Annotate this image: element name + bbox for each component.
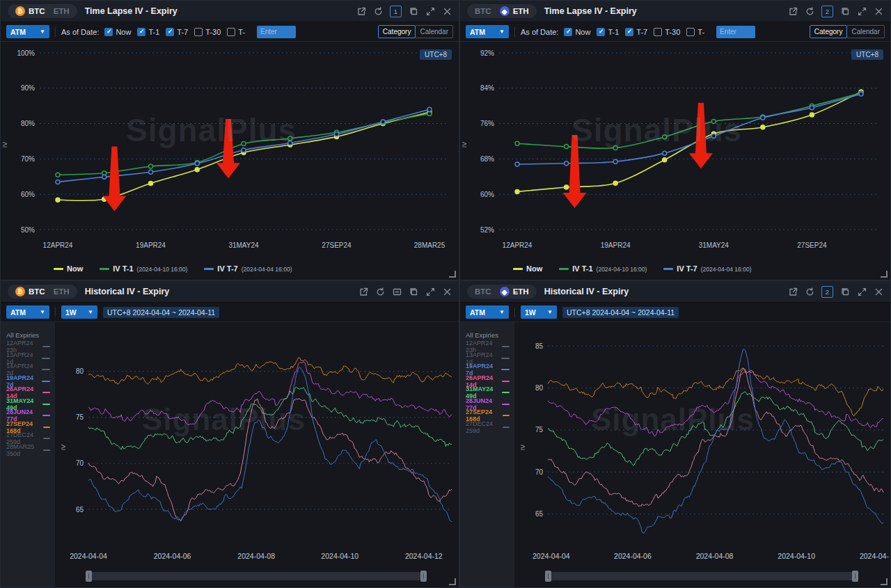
checkbox-checked-icon[interactable]	[597, 28, 605, 36]
legend-item[interactable]: IV T-1(2024-04-10 16:00)	[100, 264, 187, 273]
duplicate-icon[interactable]	[409, 6, 418, 16]
date-range-text[interactable]: UTC+8 2024-04-04 ~ 2024-04-11	[562, 307, 679, 318]
svg-text:80: 80	[76, 367, 84, 375]
asofdate-option-t-7[interactable]: T-7	[625, 28, 647, 36]
time-range-slider[interactable]	[545, 572, 858, 580]
resize-handle[interactable]	[881, 271, 888, 278]
coin-eth[interactable]: ◆ETH	[500, 6, 529, 16]
list-item[interactable]: 28MAR25 350d	[6, 445, 55, 456]
panel-header: BTC ◆ETH Time Lapse IV - Expiry 2	[460, 1, 890, 22]
folder-icon[interactable]	[392, 287, 402, 296]
duplicate-icon[interactable]	[409, 287, 418, 296]
asofdate-option-t-30[interactable]: T-30	[194, 28, 221, 36]
coin-toggle: ₿BTC ETH	[8, 4, 77, 18]
duplicate-icon[interactable]	[840, 287, 850, 296]
close-icon[interactable]	[442, 6, 452, 16]
fullscreen-icon[interactable]	[857, 287, 867, 296]
window-controls	[358, 287, 452, 296]
checkbox-checked-icon[interactable]	[166, 28, 174, 36]
resize-handle[interactable]	[449, 578, 456, 585]
open-in-new-icon[interactable]	[358, 287, 368, 296]
time-lapse-chart-eth[interactable]: 92%84%76%68%60%52%12APR2419APR2431MAY242…	[460, 42, 889, 257]
date-range-text[interactable]: UTC+8 2024-04-04 ~ 2024-04-11	[103, 307, 219, 318]
custom-t-input[interactable]	[716, 26, 755, 38]
period-select[interactable]: 1W▼	[521, 305, 557, 319]
asofdate-option-t-1[interactable]: T-1	[597, 28, 619, 36]
resize-handle[interactable]	[449, 271, 456, 278]
legend-item[interactable]: IV T-7(2024-04-04 16:00)	[204, 264, 292, 273]
close-icon[interactable]	[874, 6, 883, 16]
legend-item[interactable]: Now	[513, 264, 542, 273]
time-range-slider[interactable]	[86, 572, 427, 580]
historical-iv-chart-btc[interactable]: 807570652024-04-042024-04-062024-04-0820…	[55, 322, 457, 567]
legend-item[interactable]: IV T-7(2024-04-04 16:00)	[663, 264, 751, 273]
asofdate-option-t-30[interactable]: T-30	[654, 28, 680, 36]
coin-btc[interactable]: BTC	[475, 7, 491, 15]
fullscreen-icon[interactable]	[425, 287, 435, 296]
checkbox-checked-icon[interactable]	[564, 28, 572, 36]
strike-select[interactable]: ATM▼	[6, 25, 49, 38]
duplicate-icon[interactable]	[840, 6, 850, 16]
refresh-icon[interactable]	[375, 287, 385, 296]
chart-area: IV SignalPlus 85807570652024-04-042024-0…	[514, 322, 890, 587]
strike-select[interactable]: ATM▼	[6, 305, 49, 319]
strike-select[interactable]: ATM▼	[466, 305, 509, 319]
legend-label: IV T-7	[217, 264, 237, 273]
checkbox-checked-icon[interactable]	[625, 28, 633, 36]
open-in-new-icon[interactable]	[788, 287, 798, 296]
legend-item[interactable]: IV T-1(2024-04-10 16:00)	[559, 264, 647, 273]
resize-handle[interactable]	[881, 578, 888, 585]
coin-eth[interactable]: ETH	[54, 7, 70, 15]
window-count-badge[interactable]: 2	[821, 286, 833, 298]
period-select[interactable]: 1W▼	[61, 305, 97, 319]
refresh-icon[interactable]	[805, 6, 814, 16]
list-item[interactable]: 27DEC24 259d	[466, 422, 514, 434]
coin-btc[interactable]: ₿BTC	[15, 287, 45, 296]
fullscreen-icon[interactable]	[857, 6, 867, 16]
checkbox-checked-icon[interactable]	[104, 28, 113, 36]
custom-t-input[interactable]	[257, 26, 296, 38]
category-button[interactable]: Category	[378, 25, 416, 38]
coin-eth[interactable]: ETH	[54, 287, 70, 296]
coin-btc[interactable]: BTC	[475, 287, 491, 296]
fullscreen-icon[interactable]	[425, 6, 435, 16]
legend-item[interactable]: Now	[54, 264, 83, 273]
checkbox-checked-icon[interactable]	[137, 28, 145, 36]
asofdate-option-t-[interactable]: T-	[227, 28, 245, 36]
open-in-new-icon[interactable]	[788, 6, 798, 16]
refresh-icon[interactable]	[805, 287, 814, 296]
checkbox-label: T-7	[177, 28, 188, 36]
close-icon[interactable]	[442, 287, 452, 296]
checkbox-icon[interactable]	[686, 28, 695, 36]
slider-handle-right[interactable]	[852, 571, 858, 582]
chevron-down-icon: ▼	[40, 29, 45, 35]
checkbox-icon[interactable]	[654, 28, 662, 36]
slider-handle-right[interactable]	[420, 571, 427, 582]
category-button[interactable]: Category	[810, 25, 848, 38]
asofdate-option-now[interactable]: Now	[104, 28, 131, 36]
coin-btc-label: BTC	[475, 287, 491, 296]
refresh-icon[interactable]	[373, 6, 383, 16]
window-count-badge[interactable]: 1	[390, 6, 402, 17]
coin-btc[interactable]: ₿BTC	[15, 6, 45, 16]
slider-handle-left[interactable]	[545, 571, 551, 582]
asofdate-option-t-[interactable]: T-	[686, 28, 704, 36]
time-lapse-chart-btc[interactable]: 100%90%80%70%60%50%12APR2419APR2431MAY24…	[1, 42, 457, 257]
calendar-button[interactable]: Calendar	[846, 25, 885, 38]
svg-text:2024-04-06: 2024-04-06	[154, 552, 191, 560]
historical-iv-chart-eth[interactable]: 85807570652024-04-042024-04-062024-04-08…	[514, 322, 889, 567]
checkbox-icon[interactable]	[227, 28, 235, 36]
window-count-badge[interactable]: 2	[821, 6, 833, 17]
slider-handle-left[interactable]	[86, 571, 92, 582]
checkbox-icon[interactable]	[194, 28, 203, 36]
asofdate-option-t-1[interactable]: T-1	[137, 28, 159, 36]
calendar-button[interactable]: Calendar	[415, 25, 453, 38]
asofdate-option-t-7[interactable]: T-7	[166, 28, 188, 36]
series-swatch	[502, 381, 510, 382]
open-in-new-icon[interactable]	[356, 6, 366, 16]
asofdate-option-now[interactable]: Now	[564, 28, 590, 36]
close-icon[interactable]	[874, 287, 883, 296]
coin-eth[interactable]: ◆ETH	[500, 287, 529, 296]
legend-swatch	[663, 268, 673, 270]
strike-select[interactable]: ATM▼	[466, 25, 509, 38]
